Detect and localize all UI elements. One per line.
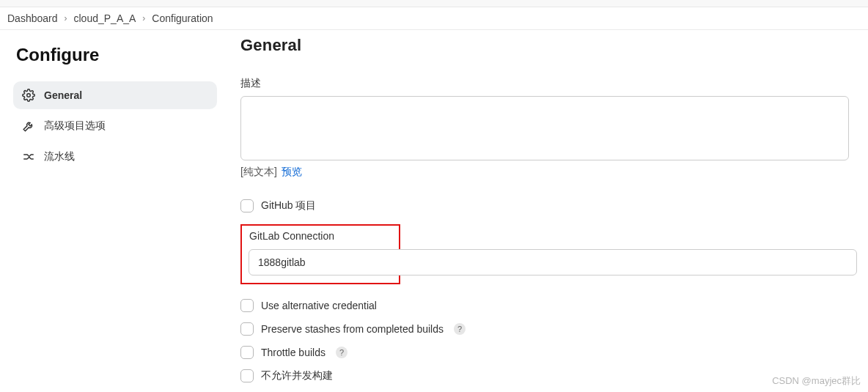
sidebar-item-advanced[interactable]: 高级项目选项 — [13, 112, 217, 140]
sidebar-item-label: General — [44, 89, 82, 101]
page-title: Configure — [13, 45, 217, 65]
checkbox-icon[interactable] — [240, 322, 254, 336]
help-icon[interactable]: ? — [454, 323, 466, 335]
checkbox-icon[interactable] — [240, 199, 254, 212]
chevron-right-icon: › — [142, 13, 145, 23]
github-project-row[interactable]: GitHub 项目 — [240, 199, 868, 212]
no-concurrent-row[interactable]: 不允许并发构建 — [240, 369, 868, 382]
section-title: General — [240, 36, 868, 55]
topbar — [0, 0, 868, 7]
main-content: General 描述 [纯文本] 预览 GitHub 项目 GitLab Con… — [227, 30, 868, 388]
checkbox-label: Preserve stashes from completed builds — [261, 323, 444, 335]
wrench-icon — [22, 119, 35, 133]
preview-link[interactable]: 预览 — [282, 166, 302, 177]
use-alt-cred-row[interactable]: Use alternative credential — [240, 299, 868, 312]
preserve-stashes-row[interactable]: Preserve stashes from completed builds ? — [240, 322, 868, 336]
gitlab-connection-select[interactable] — [249, 249, 857, 275]
throttle-builds-row[interactable]: Throttle builds ? — [240, 346, 868, 359]
checkbox-icon[interactable] — [240, 369, 254, 382]
breadcrumb: Dashboard › cloud_P_A_A › Configuration — [0, 7, 868, 30]
sidebar-item-pipeline[interactable]: 流水线 — [13, 143, 217, 171]
description-label: 描述 — [240, 77, 868, 90]
sidebar: Configure General 高级项目选项 流水线 — [0, 30, 227, 388]
gitlab-connection-highlight: GitLab Connection — [240, 224, 400, 284]
description-textarea[interactable] — [240, 96, 849, 160]
breadcrumb-item-dashboard[interactable]: Dashboard — [7, 12, 58, 24]
description-hint: [纯文本] 预览 — [240, 166, 868, 179]
sidebar-item-label: 流水线 — [44, 150, 75, 163]
checkbox-icon[interactable] — [240, 299, 254, 312]
checkbox-icon[interactable] — [240, 346, 254, 359]
sidebar-nav: General 高级项目选项 流水线 — [13, 81, 217, 171]
pipeline-icon — [22, 150, 35, 163]
help-icon[interactable]: ? — [336, 347, 347, 358]
breadcrumb-item-configuration[interactable]: Configuration — [152, 12, 213, 24]
gitlab-connection-select-wrap — [249, 249, 857, 275]
gear-icon — [22, 89, 35, 102]
checkbox-label: Throttle builds — [261, 347, 326, 358]
sidebar-item-label: 高级项目选项 — [44, 119, 106, 133]
hint-plain-text: [纯文本] — [240, 166, 277, 177]
checkbox-label: 不允许并发构建 — [261, 369, 333, 382]
breadcrumb-item-project[interactable]: cloud_P_A_A — [74, 12, 136, 24]
checkbox-label: Use alternative credential — [261, 300, 377, 311]
sidebar-item-general[interactable]: General — [13, 81, 217, 109]
gitlab-connection-label: GitLab Connection — [249, 230, 391, 242]
checkbox-label: GitHub 项目 — [261, 199, 316, 212]
chevron-right-icon: › — [65, 13, 67, 23]
svg-point-0 — [27, 94, 31, 97]
